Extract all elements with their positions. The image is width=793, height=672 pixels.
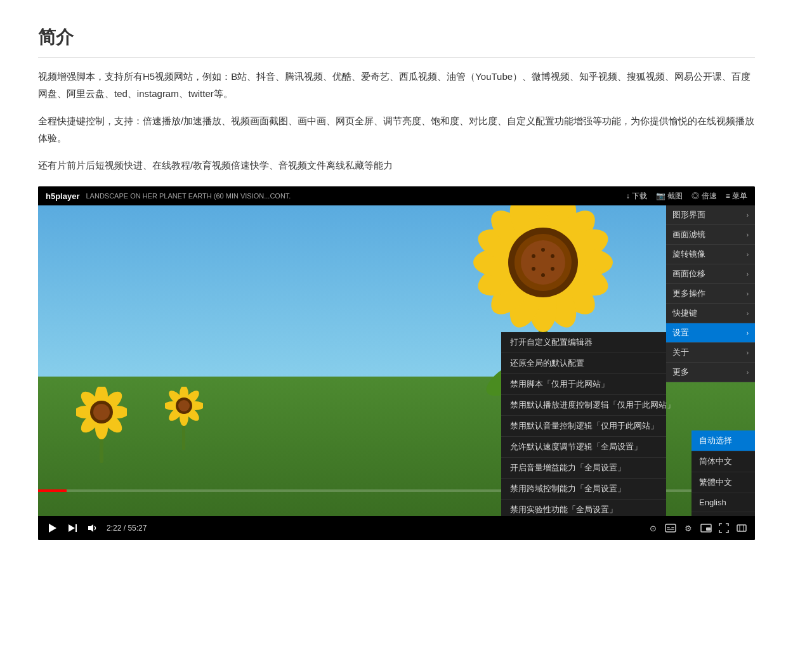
context-menu[interactable]: 图形界面› 画面滤镜› 旋转镜像› 画面位移› 更多操作› 快捷键› 设置› 关… — [666, 205, 755, 382]
subtitle-icon[interactable] — [665, 522, 676, 534]
menu-item-move[interactable]: 画面位移› — [666, 264, 755, 284]
svg-point-24 — [551, 267, 554, 271]
lang-russian[interactable]: русский — [691, 512, 755, 516]
svg-rect-54 — [665, 524, 676, 532]
smenu-restore-defaults[interactable]: 还原全局的默认配置 — [501, 353, 666, 374]
player-controls: 2:22 / 55:27 ⊙ ⚙ — [38, 516, 755, 540]
svg-rect-57 — [667, 529, 674, 530]
menu-item-graphic[interactable]: 图形界面› — [666, 205, 755, 225]
next-button[interactable] — [66, 523, 79, 533]
menu-item-about[interactable]: 关于› — [666, 343, 755, 363]
description-2: 全程快捷键控制，支持：倍速播放/加速播放、视频画面截图、画中画、网页全屏、调节亮… — [38, 112, 755, 146]
lang-simplified[interactable]: 简体中文 — [691, 451, 755, 472]
menu-item-settings[interactable]: 设置› — [666, 323, 755, 343]
svg-marker-51 — [69, 524, 75, 532]
lang-traditional[interactable]: 繁體中文 — [691, 472, 755, 493]
player-brand: h5player — [46, 191, 79, 201]
description-1: 视频增强脚本，支持所有H5视频网站，例如：B站、抖音、腾讯视频、优酷、爱奇艺、西… — [38, 68, 755, 102]
expand-icon[interactable] — [736, 522, 747, 534]
description-3: 还有片前片后短视频快进、在线教程/教育视频倍速快学、音视频文件离线私藏等能力 — [38, 157, 755, 174]
progress-bar-fill — [38, 489, 67, 492]
download-button[interactable]: ↓ 下载 — [626, 191, 647, 202]
menu-button[interactable]: ≡ 菜单 — [726, 191, 747, 202]
smenu-enable-gain[interactable]: 开启音量增益能力「全局设置」 — [501, 458, 666, 479]
video-player: h5player LANDSCAPE ON HER PLANET EARTH (… — [38, 186, 755, 540]
svg-point-23 — [551, 254, 554, 258]
smenu-disable-script[interactable]: 禁用脚本「仅用于此网站」 — [501, 374, 666, 395]
language-submenu[interactable]: 自动选择 简体中文 繁體中文 English русский — [691, 430, 755, 516]
svg-point-49 — [178, 400, 190, 411]
video-area[interactable]: 图形界面› 画面滤镜› 旋转镜像› 画面位移› 更多操作› 快捷键› 设置› 关… — [38, 205, 755, 516]
bottom-right-controls: ⊙ ⚙ — [647, 522, 747, 534]
smenu-allow-speed[interactable]: 允许默认速度调节逻辑「全局设置」 — [501, 437, 666, 458]
svg-rect-60 — [737, 525, 746, 531]
speed-button[interactable]: ◎ 倍速 — [691, 191, 716, 202]
svg-point-38 — [93, 404, 110, 420]
svg-rect-59 — [706, 527, 711, 531]
svg-rect-56 — [671, 527, 674, 528]
svg-marker-53 — [88, 524, 93, 532]
sunflower-small-1 — [76, 387, 127, 465]
svg-point-26 — [532, 267, 535, 271]
smenu-open-editor[interactable]: 打开自定义配置编辑器 — [501, 332, 666, 353]
play-button[interactable] — [46, 523, 58, 533]
time-display: 2:22 / 55:27 — [107, 524, 147, 533]
svg-marker-50 — [49, 524, 56, 533]
menu-item-rotate[interactable]: 旋转镜像› — [666, 245, 755, 264]
menu-item-more[interactable]: 更多› — [666, 363, 755, 382]
svg-point-25 — [541, 273, 545, 277]
pip-icon[interactable] — [700, 522, 712, 534]
lang-english[interactable]: English — [691, 493, 755, 512]
smenu-disable-cross[interactable]: 禁用跨域控制能力「全局设置」 — [501, 479, 666, 500]
menu-item-shortcuts[interactable]: 快捷键› — [666, 304, 755, 323]
volume-button[interactable] — [86, 523, 99, 533]
video-title: LANDSCAPE ON HER PLANET EARTH (60 MIN VI… — [86, 192, 626, 200]
circle-icon[interactable]: ⊙ — [647, 522, 659, 534]
smenu-disable-progress[interactable]: 禁用默认播放进度控制逻辑「仅用于此网站」 — [501, 395, 666, 416]
svg-point-27 — [532, 254, 535, 258]
svg-point-22 — [541, 248, 545, 252]
smenu-disable-volume[interactable]: 禁用默认音量控制逻辑「仅用于此网站」 — [501, 416, 666, 437]
menu-item-filter[interactable]: 画面滤镜› — [666, 225, 755, 245]
fullscreen-icon[interactable] — [718, 522, 730, 534]
smenu-disable-exp[interactable]: 禁用实验性功能「全局设置」 — [501, 500, 666, 516]
settings-icon[interactable]: ⚙ — [683, 522, 694, 534]
svg-rect-55 — [667, 527, 670, 528]
svg-rect-52 — [75, 524, 77, 532]
page-title: 简介 — [38, 25, 755, 58]
menu-item-more-ops[interactable]: 更多操作› — [666, 284, 755, 304]
player-toolbar: ↓ 下载 📷 截图 ◎ 倍速 ≡ 菜单 — [626, 191, 747, 202]
svg-point-21 — [521, 240, 565, 285]
settings-submenu[interactable]: 打开自定义配置编辑器 还原全局的默认配置 禁用脚本「仅用于此网站」 禁用默认播放… — [501, 332, 666, 516]
screenshot-button[interactable]: 📷 截图 — [656, 191, 683, 202]
player-topbar: h5player LANDSCAPE ON HER PLANET EARTH (… — [38, 186, 755, 205]
sunflower-small-2 — [165, 387, 203, 453]
lang-auto[interactable]: 自动选择 — [691, 430, 755, 451]
